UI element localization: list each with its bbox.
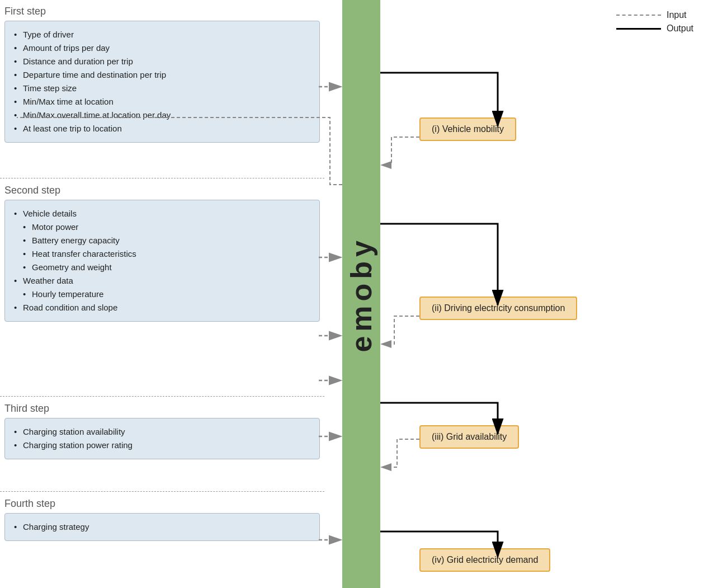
step2-item-2: Motor power [14,220,310,234]
step1-item-6: Min/Max time at location [14,95,310,109]
step-section-3: Third step Charging station availability… [0,403,324,481]
step-section-4: Fourth step Charging strategy [0,498,324,576]
step3-item-2: Charging station power rating [14,439,310,452]
step1-item-1: Type of driver [14,28,310,41]
step3-item-1: Charging station availability [14,425,310,439]
step3-list: Charging station availability Charging s… [14,425,310,452]
step2-box: Vehicle details Motor power Battery ener… [4,200,320,322]
step4-item-1: Charging strategy [14,520,310,534]
step1-item-2: Amount of trips per day [14,41,310,55]
step-section-2: Second step Vehicle details Motor power … [0,185,324,386]
output-box-2: (ii) Driving electricity consumption [419,297,577,320]
divider-3 [0,491,324,492]
left-panel: First step Type of driver Amount of trip… [0,0,324,588]
step1-item-8: At least one trip to location [14,122,310,135]
step2-list: Vehicle details Motor power Battery ener… [14,207,310,314]
output-box-1: (i) Vehicle mobility [419,117,516,141]
step2-item-8: Road condition and slope [14,301,310,314]
step1-title: First step [0,6,324,17]
step-section-1: First step Type of driver Amount of trip… [0,6,324,168]
step1-item-3: Distance and duration per trip [14,55,310,68]
output-box-3: (iii) Grid availability [419,425,519,449]
step1-box: Type of driver Amount of trips per day D… [4,21,320,143]
divider-1 [0,178,324,178]
step2-item-3: Battery energy capacity [14,234,310,247]
step1-list: Type of driver Amount of trips per day D… [14,28,310,135]
center-bar-text: emoby [347,236,376,352]
divider-2 [0,396,324,397]
step1-item-7: Min/Max overall time at location per day [14,109,310,122]
step4-list: Charging strategy [14,520,310,534]
step2-item-5: Geometry and weight [14,261,310,274]
output-box-4: (iv) Grid electricity demand [419,548,550,572]
main-container: Input Output First step Type of driver A… [0,0,727,588]
step4-box: Charging strategy [4,513,320,541]
step2-item-4: Heat transfer characteristics [14,247,310,261]
step2-item-1: Vehicle details [14,207,310,220]
right-panel: (i) Vehicle mobility (ii) Driving electr… [391,0,716,588]
step1-item-4: Departure time and destination per trip [14,68,310,82]
step4-title: Fourth step [0,498,324,510]
center-bar: emoby [342,0,380,588]
step1-item-5: Time step size [14,82,310,95]
step2-item-6: Weather data [14,274,310,288]
step3-title: Third step [0,403,324,415]
step3-box: Charging station availability Charging s… [4,418,320,459]
step2-item-7: Hourly temperature [14,288,310,301]
step2-title: Second step [0,185,324,196]
